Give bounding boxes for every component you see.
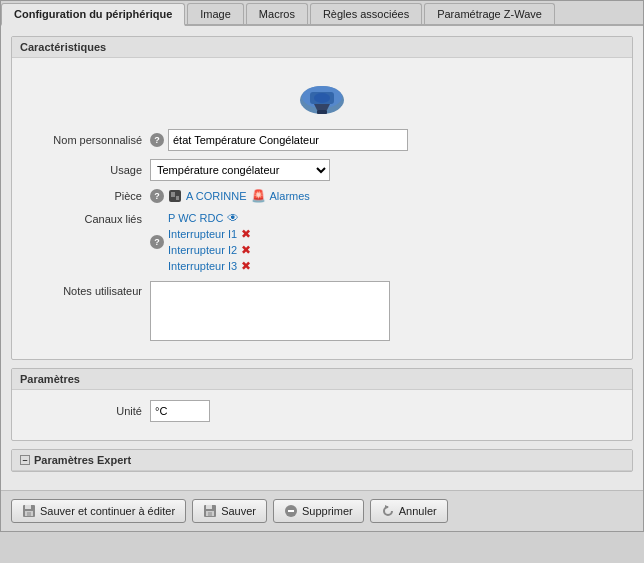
canaux-label: Canaux liés	[20, 211, 150, 225]
svg-point-5	[314, 93, 330, 103]
nom-help-icon[interactable]: ?	[150, 133, 164, 147]
svg-rect-10	[25, 505, 31, 509]
parametres-expert-header[interactable]: – Paramètres Expert	[12, 450, 632, 471]
nom-row: Nom personnalisé ?	[20, 129, 624, 151]
svg-marker-19	[385, 505, 389, 509]
save-label: Sauver	[221, 505, 256, 517]
canal-item-2: Interrupteur I1 ✖	[168, 227, 251, 241]
piece-label: Pièce	[20, 190, 150, 202]
delete-icon	[284, 504, 298, 518]
save-continue-label: Sauver et continuer à éditer	[40, 505, 175, 517]
device-icon	[292, 78, 352, 123]
canal-link-4[interactable]: Interrupteur I3	[168, 260, 237, 272]
notes-label: Notes utilisateur	[20, 281, 150, 297]
main-window: Configuration du périphérique Image Macr…	[0, 0, 644, 532]
main-content: Caractéristiques	[1, 26, 643, 490]
section-header-text: Caractéristiques	[20, 41, 106, 53]
eye-icon-1[interactable]: 👁	[227, 211, 239, 225]
save-continue-icon	[22, 504, 36, 518]
notes-field	[150, 281, 624, 341]
piece-link-alarmes[interactable]: Alarmes	[270, 190, 310, 202]
unite-field	[150, 400, 624, 422]
tab-bar: Configuration du périphérique Image Macr…	[1, 1, 643, 26]
unite-row: Unité	[20, 400, 624, 422]
tab-macros[interactable]: Macros	[246, 3, 308, 24]
usage-field: Température congélateur	[150, 159, 624, 181]
canaux-field: ? P WC RDC 👁 Interrupteur I1 ✖	[150, 211, 624, 273]
cancel-button[interactable]: Annuler	[370, 499, 448, 523]
device-image-area	[20, 68, 624, 129]
button-bar: Sauver et continuer à éditer Sauver Supp…	[1, 490, 643, 531]
parametres-content: Unité	[12, 390, 632, 440]
parametres-header-text: Paramètres	[20, 373, 80, 385]
usage-label: Usage	[20, 164, 150, 176]
svg-rect-8	[176, 196, 179, 200]
delete-button[interactable]: Supprimer	[273, 499, 364, 523]
canaux-row: Canaux liés ? P WC RDC 👁 Interrupteur I1	[20, 211, 624, 273]
parametres-section: Paramètres Unité	[11, 368, 633, 441]
x-icon-1[interactable]: ✖	[241, 227, 251, 241]
caracteristiques-section: Caractéristiques	[11, 36, 633, 360]
cancel-label: Annuler	[399, 505, 437, 517]
tab-image[interactable]: Image	[187, 3, 244, 24]
unite-label: Unité	[20, 405, 150, 417]
notes-textarea[interactable]	[150, 281, 390, 341]
nom-label: Nom personnalisé	[20, 134, 150, 146]
svg-rect-7	[171, 192, 175, 197]
svg-rect-14	[206, 505, 212, 509]
cancel-icon	[381, 504, 395, 518]
x-icon-3[interactable]: ✖	[241, 259, 251, 273]
svg-rect-12	[27, 512, 31, 516]
svg-rect-16	[208, 512, 212, 516]
canaux-list: P WC RDC 👁 Interrupteur I1 ✖ Interrupteu…	[168, 211, 251, 273]
svg-rect-4	[317, 110, 327, 114]
canal-link-1[interactable]: P WC RDC	[168, 212, 223, 224]
piece-field: ? A CORINNE 🚨 Alarmes	[150, 189, 624, 203]
tab-config[interactable]: Configuration du périphérique	[1, 3, 185, 26]
canal-item-4: Interrupteur I3 ✖	[168, 259, 251, 273]
caracteristiques-header: Caractéristiques	[12, 37, 632, 58]
save-icon	[203, 504, 217, 518]
tab-regles[interactable]: Règles associées	[310, 3, 422, 24]
parametres-expert-header-text: Paramètres Expert	[34, 454, 131, 466]
piece-link-corinne[interactable]: A CORINNE	[186, 190, 247, 202]
tab-zwave[interactable]: Paramétrage Z-Wave	[424, 3, 555, 24]
usage-select[interactable]: Température congélateur	[150, 159, 330, 181]
canal-link-2[interactable]: Interrupteur I1	[168, 228, 237, 240]
notes-row: Notes utilisateur	[20, 281, 624, 341]
piece-help-icon[interactable]: ?	[150, 189, 164, 203]
nom-input[interactable]	[168, 129, 408, 151]
canal-item-1: P WC RDC 👁	[168, 211, 251, 225]
alarmes-icon: 🚨	[251, 189, 266, 203]
collapse-icon[interactable]: –	[20, 455, 30, 465]
parametres-expert-section: – Paramètres Expert	[11, 449, 633, 472]
canal-link-3[interactable]: Interrupteur I2	[168, 244, 237, 256]
caracteristiques-content: Nom personnalisé ? Usage Température con…	[12, 58, 632, 359]
nom-field: ?	[150, 129, 624, 151]
canaux-help-icon[interactable]: ?	[150, 235, 164, 249]
unite-input[interactable]	[150, 400, 210, 422]
canal-item-3: Interrupteur I2 ✖	[168, 243, 251, 257]
delete-label: Supprimer	[302, 505, 353, 517]
parametres-header: Paramètres	[12, 369, 632, 390]
usage-row: Usage Température congélateur	[20, 159, 624, 181]
save-button[interactable]: Sauver	[192, 499, 267, 523]
piece-room-icon	[168, 189, 182, 203]
piece-row: Pièce ? A CORINNE 🚨 Alarmes	[20, 189, 624, 203]
x-icon-2[interactable]: ✖	[241, 243, 251, 257]
save-continue-button[interactable]: Sauver et continuer à éditer	[11, 499, 186, 523]
